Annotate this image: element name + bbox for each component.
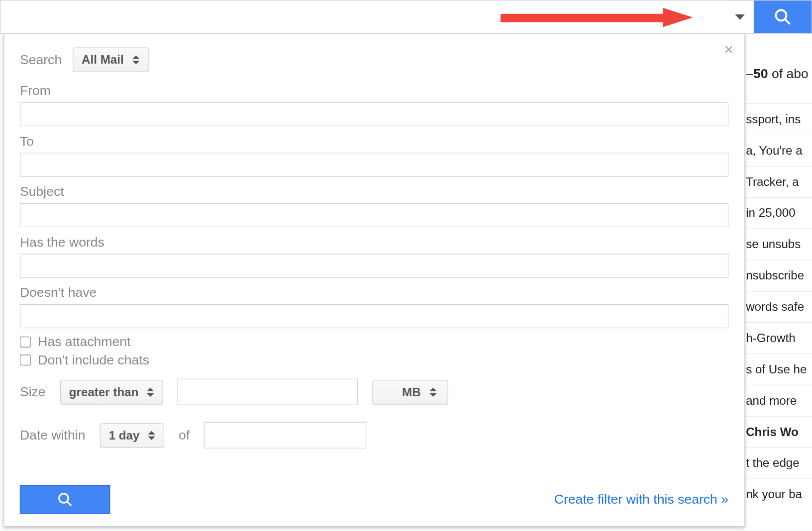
date-within-label: Date within [20,428,86,443]
mail-row-fragment: se unsubs [746,228,812,260]
select-caret-icon [148,431,155,440]
select-caret-icon [132,55,140,64]
select-caret-icon [429,387,437,396]
search-icon [57,492,73,507]
size-value-input[interactable] [178,379,358,405]
results-counter: –50 of abo [746,66,812,82]
subject-label: Subject [20,184,728,199]
doesnt-have-input[interactable] [20,304,728,328]
doesnt-have-label: Doesn't have [20,285,728,300]
search-button[interactable] [754,0,812,33]
search-scope-value: All Mail [82,53,124,67]
background-mail-list: –50 of abo ssport, insa, You're a Tracke… [746,66,812,510]
mail-row-fragment: and more [746,385,812,416]
close-button[interactable]: × [724,41,733,57]
search-icon [774,8,792,26]
has-attachment-checkbox[interactable] [20,337,31,348]
has-words-input[interactable] [20,254,728,277]
date-within-value: 1 day [109,428,140,442]
search-scope-label: Search [20,52,62,68]
search-scope-select[interactable]: All Mail [73,48,148,73]
exclude-chats-checkbox[interactable] [20,354,31,365]
mail-row-fragment: words safe [746,291,812,322]
to-label: To [20,133,728,149]
advanced-search-submit-button[interactable] [20,485,110,514]
mail-row-fragment: nk your ba [746,478,812,510]
size-label: Size [20,384,46,400]
mail-row-fragment: ssport, ins [746,103,812,135]
mail-row-fragment: t the edge [746,447,812,478]
has-attachment-label: Has attachment [38,334,130,350]
mail-row-fragment: nsubscribe [746,260,812,291]
size-comparator-value: greater than [69,385,139,399]
mail-row-fragment: Chris Wo [746,416,812,447]
create-filter-link[interactable]: Create filter with this search » [554,492,728,507]
close-icon: × [724,40,733,58]
from-label: From [20,83,728,98]
search-options-dropdown-trigger[interactable] [726,0,754,33]
caret-down-icon [735,14,744,19]
advanced-search-panel: × Search All Mail From To Subject Has th… [3,34,744,527]
date-within-select[interactable]: 1 day [100,423,165,448]
svg-line-1 [785,19,789,23]
mail-row-fragment: s of Use he [746,354,812,385]
search-bar [0,0,812,34]
search-input[interactable] [0,0,726,33]
mail-row-fragment: a, You're a [746,135,812,166]
counter-count: 50 [753,66,768,81]
size-unit-value: MB [402,385,421,399]
size-comparator-select[interactable]: greater than [60,379,163,404]
svg-line-5 [67,502,71,506]
date-input[interactable] [204,422,366,448]
size-unit-select[interactable]: MB [373,379,448,404]
counter-suffix: of abo [768,66,809,81]
of-label: of [179,428,190,443]
has-words-label: Has the words [20,235,728,250]
mail-row-fragment: Tracker, a [746,166,812,197]
from-input[interactable] [20,102,728,126]
to-input[interactable] [20,153,728,177]
counter-prefix: – [746,66,753,81]
subject-input[interactable] [20,203,728,227]
mail-row-fragment: in 25,000 [746,197,812,229]
mail-row-fragment: h-Growth [746,322,812,354]
select-caret-icon [147,387,154,396]
exclude-chats-label: Don't include chats [38,352,149,367]
